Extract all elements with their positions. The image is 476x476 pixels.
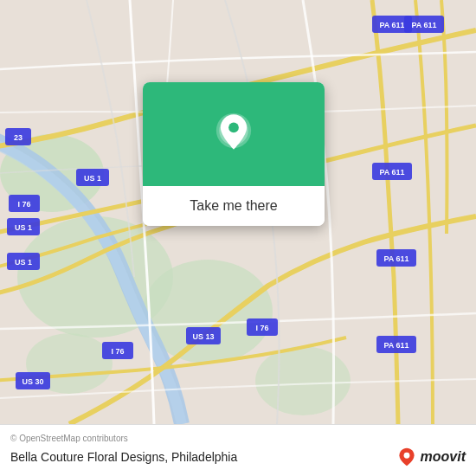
map-container: I 76 I 76 I 76 US 1 US 1 US 1 US 13 US 3… (0, 0, 476, 424)
moovit-pin-icon (396, 447, 417, 467)
popup-button-label: Take me there (190, 198, 277, 214)
take-me-there-button[interactable]: Take me there (143, 186, 325, 226)
svg-text:US 30: US 30 (22, 377, 43, 386)
svg-text:PA 611: PA 611 (411, 21, 436, 29)
svg-text:PA 611: PA 611 (379, 168, 404, 177)
bottom-bar: © OpenStreetMap contributors Bella Coutu… (0, 424, 476, 476)
svg-point-37 (403, 453, 409, 459)
location-text: Bella Couture Floral Designs, Philadelph… (10, 450, 237, 464)
popup-green-area (143, 82, 325, 186)
svg-text:I 76: I 76 (255, 324, 268, 332)
svg-text:US 1: US 1 (15, 223, 32, 232)
svg-text:PA 611: PA 611 (383, 254, 408, 263)
svg-point-5 (255, 346, 351, 415)
svg-text:PA 611: PA 611 (383, 341, 408, 350)
svg-text:23: 23 (14, 133, 23, 142)
svg-text:PA 611: PA 611 (379, 21, 404, 29)
map-attribution: © OpenStreetMap contributors (10, 434, 466, 443)
svg-text:US 1: US 1 (15, 258, 32, 267)
svg-text:I 76: I 76 (17, 200, 30, 209)
svg-text:I 76: I 76 (111, 347, 124, 356)
popup-card: Take me there (143, 82, 325, 226)
location-row: Bella Couture Floral Designs, Philadelph… (10, 447, 466, 467)
svg-text:US 1: US 1 (84, 174, 101, 183)
moovit-logo: moovit (396, 447, 466, 467)
svg-text:US 13: US 13 (192, 332, 214, 341)
moovit-brand-text: moovit (421, 449, 466, 465)
location-pin-icon (211, 112, 256, 157)
svg-point-36 (228, 123, 239, 133)
